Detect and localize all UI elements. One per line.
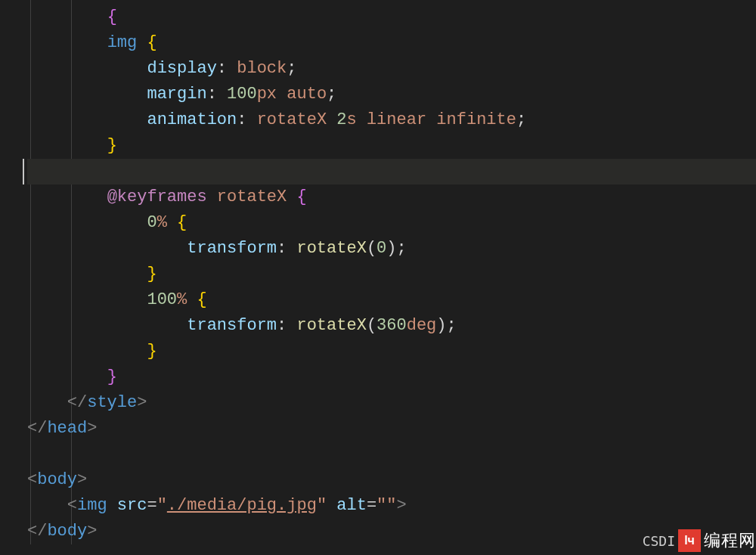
code-line[interactable]: <body>	[27, 467, 756, 493]
html-tag: img	[77, 496, 107, 515]
code-line[interactable]: transform: rotateX(360deg);	[27, 313, 756, 339]
brace: {	[177, 213, 187, 232]
html-tag: body	[37, 470, 77, 489]
css-prop: margin	[147, 85, 206, 104]
brace: }	[107, 367, 117, 386]
code-line[interactable]: }	[27, 262, 756, 287]
watermark: CSDI lч 编程网	[643, 529, 756, 552]
code-line[interactable]: }	[27, 364, 756, 390]
code-line[interactable]	[27, 159, 756, 184]
at-rule: @keyframes	[107, 188, 207, 206]
code-area[interactable]: { img { display: block; margin: 100px au…	[0, 5, 756, 544]
code-line[interactable]: transform: rotateX(0);	[27, 236, 756, 262]
css-value: block	[237, 59, 287, 78]
html-tag: style	[87, 393, 137, 412]
code-line[interactable]: </style>	[27, 390, 756, 416]
css-prop: transform	[187, 239, 277, 258]
code-line[interactable]: margin: 100px auto;	[27, 82, 756, 107]
code-line[interactable]: }	[27, 133, 756, 159]
brace: }	[107, 136, 117, 155]
css-prop: transform	[187, 316, 277, 335]
code-line[interactable]: <img src="./media/pig.jpg" alt="">	[27, 493, 756, 519]
code-editor[interactable]: { img { display: block; margin: 100px au…	[0, 0, 756, 544]
brace: }	[147, 342, 156, 361]
code-line[interactable]: @keyframes rotateX {	[27, 184, 756, 210]
code-line[interactable]: </head>	[27, 416, 756, 442]
html-tag: head	[47, 419, 87, 438]
html-attr: alt	[336, 496, 367, 515]
code-line[interactable]: img {	[27, 30, 756, 56]
selector: img	[107, 33, 138, 52]
code-line[interactable]: 100% {	[27, 287, 756, 313]
code-line[interactable]	[27, 442, 756, 467]
css-prop: animation	[147, 110, 237, 129]
brace: {	[197, 290, 206, 309]
keyframes-name: rotateX	[217, 188, 287, 206]
css-func: rotateX	[296, 239, 366, 258]
html-tag: body	[47, 522, 87, 541]
brace: {	[107, 8, 117, 26]
watermark-brand: 编程网	[704, 529, 756, 552]
html-attr: src	[117, 496, 147, 515]
code-line[interactable]: display: block;	[27, 56, 756, 82]
brace: {	[147, 33, 156, 52]
code-line[interactable]: 0% {	[27, 210, 756, 236]
brace: {	[296, 188, 306, 206]
watermark-logo-icon: lч	[678, 529, 701, 552]
code-line[interactable]: {	[27, 5, 756, 30]
brace: }	[147, 265, 156, 284]
html-attr-value: ./media/pig.jpg	[167, 496, 317, 515]
css-prop: display	[147, 59, 216, 78]
watermark-left: CSDI	[643, 533, 675, 549]
css-func: rotateX	[296, 316, 366, 335]
code-line[interactable]: animation: rotateX 2s linear infinite;	[27, 107, 756, 133]
code-line[interactable]: }	[27, 339, 756, 364]
